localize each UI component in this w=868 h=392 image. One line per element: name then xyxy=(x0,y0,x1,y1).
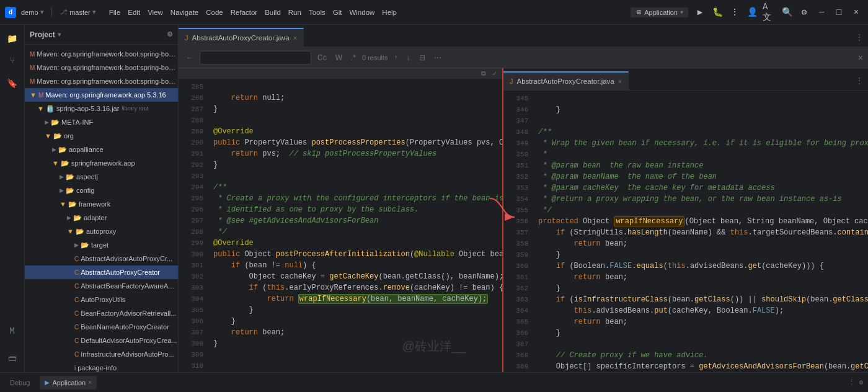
branch-name[interactable]: ⎇ master ▾ xyxy=(60,8,96,16)
editor-split: ⧉ ✓ 285286287288 289290291292 2932942952… xyxy=(179,68,868,372)
code-content-left[interactable]: return null; } @Override public Property… xyxy=(208,79,502,372)
tree-item-autoproxy[interactable]: ▼ 📂 autoproxy xyxy=(25,225,178,238)
tree-item-abstractadvisor[interactable]: C AbstractAdvisorAutoProxyCr... xyxy=(25,252,178,265)
right-code-view: 345346347348 349350351352 353354355356 3… xyxy=(503,91,868,372)
editor-tabs-bar: J AbstractAutoProxyCreator.java × ⋮ xyxy=(179,25,868,47)
profile-icon[interactable]: 👤 xyxy=(745,6,759,19)
top-bar: d demo ▾ | ⎇ master ▾ File Edit View Nav… xyxy=(0,0,868,25)
find-input[interactable] xyxy=(200,51,311,65)
project-name[interactable]: demo ▾ xyxy=(21,8,44,16)
tree-item-maven1[interactable]: M Maven: org.springframework.boot:spring… xyxy=(25,47,178,61)
find-regex[interactable]: .* xyxy=(348,52,358,63)
menu-run[interactable]: Run xyxy=(285,7,304,17)
app-logo: d xyxy=(5,7,16,18)
bottom-tab-debug[interactable]: Debug xyxy=(5,376,35,390)
editor-area: J AbstractAutoProxyCreator.java × ⋮ ← Cc… xyxy=(179,25,868,372)
find-filter[interactable]: ⊟ xyxy=(417,52,428,63)
project-panel: Project ▾ ⚙ M Maven: org.springframework… xyxy=(25,25,179,372)
main-layout: 📁 ⑂ 🔖 M 🗃 Project ▾ ⚙ M Maven: org.sprin… xyxy=(0,25,868,372)
tab-close-right[interactable]: × xyxy=(618,78,622,85)
tree-item-aopalliance[interactable]: ▶ 📂 aopalliance xyxy=(25,143,178,156)
menu-window[interactable]: Window xyxy=(346,7,378,17)
editor-right-pane: J AbstractAutoProxyCreator.java × ⋮ 3453… xyxy=(502,68,868,372)
find-prev[interactable]: ↑ xyxy=(392,52,401,63)
tree-item-maven3[interactable]: M Maven: org.springframework.boot:spring… xyxy=(25,74,178,88)
tree-item-jar[interactable]: ▼ 🫙 spring-aop-5.3.16.jar library root xyxy=(25,102,178,115)
debug-icon[interactable]: 🐛 xyxy=(711,6,724,19)
line-numbers-right: 345346347348 349350351352 353354355356 3… xyxy=(503,91,533,372)
find-next[interactable]: ↓ xyxy=(404,52,413,63)
bottom-tab-application[interactable]: ▶ Application × xyxy=(40,376,97,390)
find-close-button[interactable]: × xyxy=(858,53,863,63)
code-content-right[interactable]: } /** * Wrap the given bean if necessary… xyxy=(533,91,868,372)
right-tabs-bar: J AbstractAutoProxyCreator.java × ⋮ xyxy=(503,68,868,91)
database-icon[interactable]: 🗃 xyxy=(4,350,21,367)
tree-item-aspectj[interactable]: ▶ 📂 aspectj xyxy=(25,170,178,184)
tree-item-maven4[interactable]: ▼ M Maven: org.springframework.aop:5.3.1… xyxy=(25,88,178,102)
editor-left-pane: ⧉ ✓ 285286287288 289290291292 2932942952… xyxy=(179,68,502,372)
menu-code[interactable]: Code xyxy=(203,7,226,17)
maven-icon[interactable]: M xyxy=(4,323,21,340)
menu-view[interactable]: View xyxy=(144,7,166,17)
find-options[interactable]: ⋯ xyxy=(432,52,444,63)
run-icon[interactable]: ▶ xyxy=(693,6,707,19)
menu-refactor[interactable]: Refactor xyxy=(228,7,260,17)
left-code-view: 285286287288 289290291292 293294295296 2… xyxy=(179,79,502,372)
split-icon[interactable]: ⧉ xyxy=(479,69,488,79)
tree-item-adapter[interactable]: ▶ 📂 adapter xyxy=(25,211,178,225)
line-numbers-left: 285286287288 289290291292 293294295296 2… xyxy=(179,79,208,372)
maximize-icon[interactable]: □ xyxy=(832,6,846,19)
project-header[interactable]: Project ▾ ⚙ xyxy=(25,25,178,45)
settings-icon[interactable]: ⚙ xyxy=(797,6,811,19)
tree-item-abstractbean[interactable]: C AbstractBeanFactoryAwareA... xyxy=(25,279,178,293)
app-run-button[interactable]: 🖥 Application ▾ xyxy=(631,7,688,17)
bottom-settings[interactable]: ⚙ xyxy=(859,378,863,386)
menu-tools[interactable]: Tools xyxy=(306,7,329,17)
tree-item-autoproxyutils[interactable]: C AutoProxyUtils xyxy=(25,293,178,306)
tree-item-infrastructure[interactable]: C InfrastructureAdvisorAutoPro... xyxy=(25,347,178,361)
more-icon[interactable]: ⋮ xyxy=(728,6,742,19)
bottom-event-log[interactable]: ⋮ xyxy=(848,378,855,386)
tree-item-springframework[interactable]: ▼ 📂 springframework.aop xyxy=(25,156,178,170)
tab-close-left[interactable]: × xyxy=(293,34,297,42)
left-icon-bar: 📁 ⑂ 🔖 M 🗃 xyxy=(0,25,25,372)
tree-item-framework[interactable]: ▼ 📂 framework xyxy=(25,197,178,211)
right-tab-menu[interactable]: ⋮ xyxy=(851,71,868,90)
tree-item-abstractautoproxy[interactable]: C AbstractAutoProxyCreator xyxy=(25,265,178,279)
bookmark-icon[interactable]: 🔖 xyxy=(4,74,21,92)
find-results: 0 results xyxy=(362,54,388,61)
search-icon[interactable]: 🔍 xyxy=(780,6,794,19)
commit-icon[interactable]: ⑂ xyxy=(4,52,21,69)
find-match-case[interactable]: Cc xyxy=(315,52,329,63)
close-icon[interactable]: × xyxy=(849,6,863,19)
menu-edit[interactable]: Edit xyxy=(125,7,143,17)
bottom-tab-close[interactable]: × xyxy=(88,379,92,386)
find-back-button[interactable]: ← xyxy=(184,52,196,63)
tree-item-metainf[interactable]: ▶ 📂 META-INF xyxy=(25,115,178,129)
tree-item-target[interactable]: ▶ 📂 target xyxy=(25,238,178,252)
tree-item-beannameautoproxy[interactable]: C BeanNameAutoProxyCreator xyxy=(25,320,178,334)
top-right-toolbar: ▶ 🐛 ⋮ 👤 A文 🔍 ⚙ ─ □ × xyxy=(693,6,863,19)
tree-item-config[interactable]: ▶ 📂 config xyxy=(25,184,178,197)
menu-file[interactable]: File xyxy=(106,7,124,17)
tree-item-org[interactable]: ▼ 📂 org xyxy=(25,129,178,143)
minimize-icon[interactable]: ─ xyxy=(815,6,828,19)
menu-help[interactable]: Help xyxy=(379,7,400,17)
tree-item-defaultadvisor[interactable]: C DefaultAdvisorAutoProxyCrea... xyxy=(25,334,178,347)
tree-item-packageinfo[interactable]: i package-info xyxy=(25,361,178,372)
tab-left-abstractautoproxy[interactable]: J AbstractAutoProxyCreator.java × xyxy=(179,28,304,47)
tab-right-abstractautoproxy[interactable]: J AbstractAutoProxyCreator.java × xyxy=(503,71,629,90)
right-java-file-icon: J xyxy=(510,78,513,85)
bottom-right-icons: ⋮ ⚙ xyxy=(848,378,863,386)
project-gear[interactable]: ⚙ xyxy=(167,30,173,38)
checkmark-icon[interactable]: ✓ xyxy=(490,68,498,79)
project-icon[interactable]: 📁 xyxy=(4,30,21,47)
tree-item-beanfactoryadvisor[interactable]: C BeanFactoryAdvisorRetrievall... xyxy=(25,306,178,320)
menu-git[interactable]: Git xyxy=(330,7,345,17)
tree-item-maven2[interactable]: M Maven: org.springframework.boot:spring… xyxy=(25,61,178,74)
menu-navigate[interactable]: Navigate xyxy=(167,7,202,17)
find-word[interactable]: W xyxy=(333,52,345,63)
menu-build[interactable]: Build xyxy=(262,7,284,17)
tab-menu-button[interactable]: ⋮ xyxy=(851,28,868,47)
translate-icon[interactable]: A文 xyxy=(763,6,776,19)
